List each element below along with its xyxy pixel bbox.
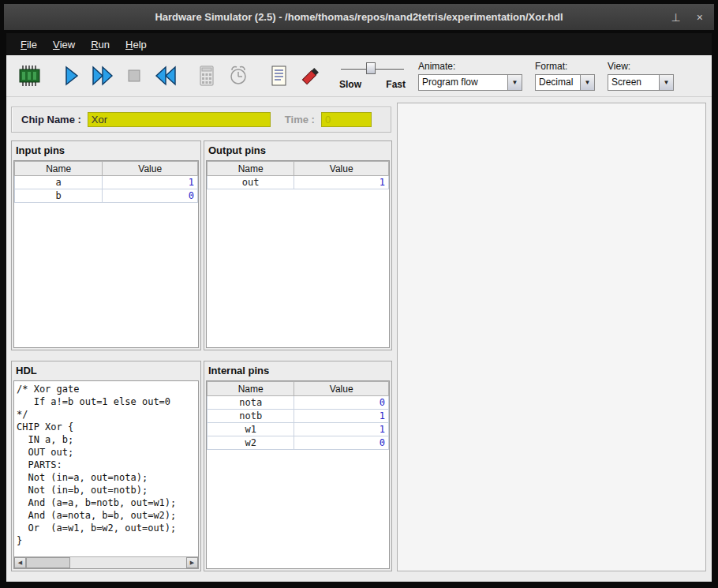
close-button[interactable]: × [697, 11, 703, 24]
speed-slider-group: Slow Fast [339, 62, 406, 90]
stop-icon [122, 64, 146, 88]
format-label: Format: [535, 61, 595, 72]
view-group: View: Screen ▼ [608, 61, 674, 91]
pin-value-cell: 1 [294, 410, 389, 423]
chevron-down-icon[interactable]: ▼ [580, 75, 594, 90]
code-line: CHIP Xor { [17, 421, 196, 433]
code-line: Not (in=b, out=notb); [17, 484, 196, 496]
animate-value: Program flow [419, 75, 507, 90]
speed-slider[interactable] [339, 62, 406, 75]
hdl-panel: HDL /* Xor gate If a!=b out=1 else out=0… [11, 361, 201, 571]
load-script-icon [267, 64, 291, 88]
code-line: And (a=a, b=notb, out=w1); [17, 496, 196, 509]
menu-item[interactable]: View [45, 33, 83, 55]
pin-name-cell: nota [208, 396, 294, 410]
pin-value-cell: 1 [294, 176, 389, 189]
pin-name-cell: out [208, 176, 294, 189]
code-line: And (a=nota, b=b, out=w2); [17, 509, 196, 522]
titlebar: Hardware Simulator (2.5) - /home/thomas/… [4, 4, 714, 30]
code-line: Or (a=w1, b=w2, out=out); [17, 522, 196, 534]
single-step-icon [59, 64, 83, 88]
table-row: b 0 [15, 189, 198, 203]
calculator-button[interactable] [191, 59, 223, 92]
chevron-down-icon[interactable]: ▼ [507, 75, 522, 90]
time-label: Time : [285, 114, 315, 125]
pin-value-cell[interactable]: 1 [103, 176, 198, 189]
time-field: 0 [321, 112, 372, 127]
minimize-button[interactable]: ⊥ [671, 11, 681, 24]
code-line: If a!=b out=1 else out=0 [17, 395, 196, 408]
scroll-right-button[interactable]: ▶ [186, 557, 198, 568]
animate-group: Animate: Program flow ▼ [418, 61, 522, 91]
input-pins-table-wrap: Name Value a 1 b [13, 160, 199, 348]
scroll-thumb[interactable] [26, 557, 70, 568]
table-row: out 1 [208, 176, 389, 189]
pin-name-cell: w1 [208, 423, 294, 436]
menu-item[interactable]: Run [83, 33, 118, 55]
pin-name-cell: w2 [208, 436, 294, 450]
scroll-left-button[interactable]: ◀ [14, 557, 26, 568]
input-pins-title: Input pins [12, 141, 200, 159]
code-line: IN a, b; [17, 433, 196, 446]
internal-pins-table-wrap: Name Value nota 0 not [206, 380, 390, 569]
pin-value-cell: 0 [294, 396, 389, 410]
clear-button[interactable] [295, 59, 327, 92]
clock-icon [226, 64, 250, 88]
hdl-code: /* Xor gate If a!=b out=1 else out=0 */ … [14, 381, 198, 547]
run-icon [91, 64, 114, 88]
table-row: a 1 [15, 176, 198, 189]
output-pins-table-wrap: Name Value out 1 [206, 160, 390, 348]
run-button[interactable] [87, 59, 118, 92]
code-line: } [17, 534, 196, 547]
eraser-icon [299, 64, 323, 88]
output-pins-title: Output pins [204, 141, 391, 159]
screen-view-panel [397, 103, 706, 571]
view-label: View: [608, 61, 674, 72]
chevron-down-icon[interactable]: ▼ [659, 75, 673, 90]
hdl-title: HDL [12, 361, 200, 379]
animate-label: Animate: [418, 61, 522, 72]
pin-value-cell[interactable]: 0 [103, 189, 198, 203]
clock-button[interactable] [223, 59, 254, 92]
column-header-value: Value [294, 162, 389, 176]
pin-value-cell: 1 [294, 423, 389, 436]
reset-icon [154, 64, 178, 88]
format-group: Format: Decimal ▼ [535, 61, 595, 91]
table-row: nota 0 [208, 396, 389, 410]
fast-label: Fast [386, 79, 406, 90]
stop-button[interactable] [118, 59, 150, 92]
input-pins-table: Name Value a 1 b [14, 161, 198, 203]
code-line: Not (in=a, out=nota); [17, 471, 196, 484]
pin-name-cell: notb [208, 410, 294, 423]
column-header-name: Name [208, 162, 294, 176]
column-header-value: Value [294, 382, 389, 396]
output-pins-table: Name Value out 1 [207, 161, 389, 189]
pin-name-cell: a [15, 176, 103, 189]
menu-item[interactable]: File [13, 33, 45, 55]
load-script-button[interactable] [264, 59, 295, 92]
menu-item[interactable]: Help [118, 33, 155, 55]
slider-thumb[interactable] [366, 62, 376, 74]
chip-name-field[interactable]: Xor [88, 112, 271, 127]
format-select[interactable]: Decimal ▼ [535, 74, 595, 91]
code-line: OUT out; [17, 446, 196, 459]
menubar: File View Run Help [6, 33, 712, 55]
load-chip-icon [17, 64, 43, 88]
internal-pins-panel: Internal pins Name Value nota [204, 361, 392, 571]
reset-button[interactable] [150, 59, 181, 92]
hdl-horizontal-scrollbar[interactable]: ◀ ▶ [14, 556, 198, 568]
view-select[interactable]: Screen ▼ [608, 74, 674, 91]
code-line: /* Xor gate [17, 383, 196, 395]
view-value: Screen [608, 75, 659, 90]
single-step-button[interactable] [55, 59, 87, 92]
table-row: w2 0 [208, 436, 389, 450]
chip-name-bar: Chip Name : Xor Time : 0 [11, 107, 391, 133]
chip-name-label: Chip Name : [21, 114, 81, 125]
pin-value-cell: 0 [294, 436, 389, 450]
load-chip-button[interactable] [14, 59, 46, 92]
output-pins-panel: Output pins Name Value out [204, 140, 392, 350]
animate-select[interactable]: Program flow ▼ [418, 74, 522, 91]
internal-pins-table: Name Value nota 0 not [207, 381, 389, 450]
toolbar: Slow Fast Animate: Program flow ▼ Format… [6, 55, 712, 97]
table-row: w1 1 [208, 423, 389, 436]
